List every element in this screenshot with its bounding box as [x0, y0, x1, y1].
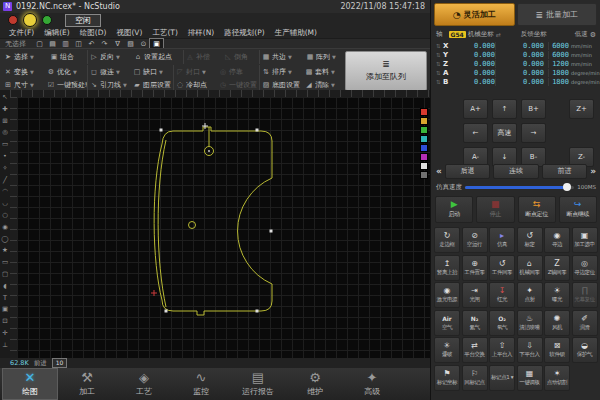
fit-view-icon[interactable]: ⊞ [2, 116, 7, 128]
slider-knob[interactable] [563, 183, 571, 191]
palette-color[interactable] [420, 117, 428, 125]
nitrogen-button[interactable]: N₂氮气 [462, 310, 488, 336]
menu-item[interactable]: 路径规划(P) [219, 27, 269, 38]
star-tool-icon[interactable]: ★ [2, 245, 8, 257]
tab-machining[interactable]: ⚒加工 [59, 368, 115, 400]
workpiece-home-button[interactable]: ↺工件回零 [489, 255, 515, 281]
jog-y-plus-button[interactable]: ↑ [492, 99, 517, 119]
jog-a-plus-button[interactable]: A+ [463, 99, 488, 119]
workpiece-zero-set-button[interactable]: ⊕工件置零 [462, 255, 488, 281]
concentric-circle-tool-icon[interactable]: ◉ [2, 222, 8, 234]
mark-coordinate-button[interactable]: ⚑标记坐标 [434, 365, 460, 391]
air-button[interactable]: Air空气 [434, 310, 460, 336]
run-frame-button[interactable]: ↻走边框 [434, 227, 460, 253]
platform-exchange-button[interactable]: ⇄平台交换 [462, 337, 488, 363]
palette-color[interactable] [420, 126, 428, 134]
ribbon-reverse-direction[interactable]: ▷反向▼ [88, 50, 132, 64]
clean-nozzle-button[interactable]: ♨清洁喷嘴 [517, 310, 543, 336]
fan-button[interactable]: ✺风机 [544, 310, 570, 336]
tab-draw[interactable]: ✕绘图 [2, 368, 58, 400]
star-point-tool-icon[interactable]: ✧ [2, 163, 7, 175]
arc-tool-icon[interactable]: ◠ [2, 186, 8, 198]
dry-run-button[interactable]: ⊘空运行 [462, 227, 488, 253]
menu-item[interactable]: 视图(V) [111, 27, 147, 38]
menu-item[interactable]: 排样(N) [183, 27, 219, 38]
measure-tool-icon[interactable]: ⊥ [2, 340, 8, 352]
three-point-arc-tool-icon[interactable]: ◡ [2, 198, 8, 210]
menu-item[interactable]: 生产辅助(M) [270, 27, 322, 38]
edge-seek-position-button[interactable]: ◎寻边定位 [572, 255, 598, 281]
zoom-tool-icon[interactable]: ◎ [2, 127, 8, 139]
point-tool-icon[interactable]: • [3, 151, 7, 163]
jog-z-plus-button[interactable]: Z+ [569, 99, 594, 119]
jog-rapid-button[interactable]: 高速 [492, 123, 517, 143]
tab-run-report[interactable]: ▤运行报告 [230, 368, 286, 400]
breakpoint-continue-button[interactable]: ↪断点继续 [559, 196, 597, 223]
z-home-button[interactable]: ZZ轴回零 [544, 255, 570, 281]
menu-item[interactable]: 工艺(T) [147, 27, 182, 38]
ribbon-transform[interactable]: ✕变换▼ [2, 65, 45, 78]
lower-platform-in-button[interactable]: ⇩下平台入 [517, 337, 543, 363]
ribbon-set-start-point[interactable]: ⌂设置起点 [132, 50, 184, 64]
pan-tool-icon[interactable]: ✚ [2, 104, 7, 116]
menu-item[interactable]: 编辑(E) [39, 27, 75, 38]
tab-maintenance[interactable]: ⚙维护 [287, 368, 343, 400]
rectangle-tool-icon[interactable]: ▭ [2, 257, 8, 269]
tab-monitor[interactable]: ∿监控 [173, 368, 229, 400]
palette-color[interactable] [420, 162, 428, 170]
origin-tool-icon[interactable]: ✛ [2, 328, 7, 340]
batch-machining-tab[interactable]: ≣批量加工 [517, 3, 598, 26]
laser-power-button[interactable]: ◉激光电源 [434, 282, 460, 308]
select-tool-icon[interactable]: ↖ [2, 92, 7, 104]
tab-process[interactable]: ◈工艺 [116, 368, 172, 400]
ribbon-micro-joint[interactable]: ◻微连▼ [88, 65, 131, 78]
ribbon-combine[interactable]: ▣组合 [48, 50, 88, 64]
jog-cut-button[interactable]: ✶点动切割 [544, 365, 570, 391]
canvas-page-box[interactable]: 10 [52, 358, 68, 368]
one-key-board-button[interactable]: ▦一键调板 [517, 365, 543, 391]
canvas-grid[interactable] [17, 97, 430, 358]
menu-item[interactable]: 绘图(D) [75, 27, 112, 38]
flexible-machining-tab[interactable]: ◔灵活加工 [434, 3, 515, 26]
jog-x-plus-button[interactable]: → [521, 123, 546, 143]
machine-home-button[interactable]: ⌂机械回零 [517, 255, 543, 281]
palette-color[interactable] [420, 171, 428, 179]
speed-mode-label[interactable]: 低速 [575, 30, 588, 39]
backward-button[interactable]: 后退 [445, 164, 490, 179]
tab-advanced[interactable]: ✦高级 [344, 368, 400, 400]
circle-tool-icon[interactable]: ○ [2, 210, 8, 222]
start-button[interactable]: ▶启动 [435, 196, 473, 223]
ribbon-gap[interactable]: □缺口▼ [131, 65, 174, 78]
wcs-badge[interactable]: G54 [449, 31, 466, 38]
text-tool-icon[interactable]: T [3, 293, 7, 305]
red-light-button[interactable]: ↧红光 [489, 282, 515, 308]
obround-tool-icon[interactable]: ◖ [3, 281, 6, 293]
ribbon-common-edge[interactable]: ▦共边▼ [260, 50, 304, 64]
spot-shot-button[interactable]: ✦点射 [517, 282, 543, 308]
protect-gas-button[interactable]: ◒保护气 [572, 337, 598, 363]
jog-x-minus-button[interactable]: ← [463, 123, 488, 143]
palette-color[interactable] [420, 144, 428, 152]
simulate-button[interactable]: ▸仿真 [489, 227, 515, 253]
shutter-button[interactable]: ⇥光闸 [462, 282, 488, 308]
cad-canvas-area[interactable]: ↖✚⊞◎▭•✧╱◠◡○◉◯★▭▢◖T▣⊡✛⊥ [0, 90, 430, 358]
machine-selected-button[interactable]: ▣加工选中 [572, 227, 598, 253]
palette-color[interactable] [420, 153, 428, 161]
forward-button[interactable]: 前进 [542, 164, 587, 179]
add-to-queue-button[interactable]: ≣ 添加至队列 [345, 51, 427, 91]
ribbon-select[interactable]: ➤选择▼ [2, 50, 48, 64]
speed-settings-gear-icon[interactable]: ⚙ [590, 31, 596, 39]
palette-color[interactable] [420, 108, 428, 116]
continuous-button[interactable]: 连续 [493, 164, 538, 179]
ribbon-optimize[interactable]: ⚙优化▼ [45, 65, 88, 78]
oxygen-button[interactable]: O₂氧气 [489, 310, 515, 336]
sync-icon[interactable]: ⇄ [496, 31, 501, 38]
ellipse-tool-icon[interactable]: ◯ [1, 234, 8, 246]
pause-lift-button[interactable]: ↥暂离上抬 [434, 255, 460, 281]
mark-point-1-button[interactable]: 标记点1 ▾ [489, 365, 515, 391]
image-tool-icon[interactable]: ▣ [2, 304, 8, 316]
menu-item[interactable]: 文件(F) [4, 27, 39, 38]
software-lock-button[interactable]: ⊠软件锁 [544, 337, 570, 363]
palette-color[interactable] [420, 135, 428, 143]
line-tool-icon[interactable]: ╱ [3, 175, 7, 187]
